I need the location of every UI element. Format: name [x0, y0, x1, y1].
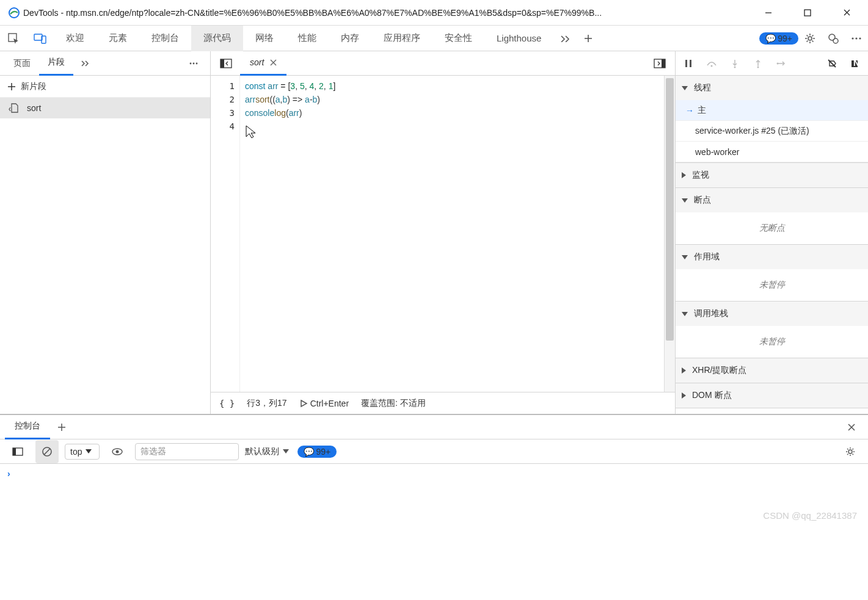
add-tab-icon[interactable] — [577, 27, 600, 50]
svg-point-18 — [196, 62, 198, 64]
scope-not-paused: 未暂停 — [676, 269, 868, 301]
console-settings-icon[interactable] — [839, 440, 862, 463]
new-snippet-button[interactable]: 新片段 — [0, 76, 210, 98]
drawer-close-icon[interactable] — [840, 416, 863, 439]
no-breakpoints-label: 无断点 — [676, 212, 868, 244]
tab-sources[interactable]: 源代码 — [191, 26, 243, 51]
maximize-button[interactable] — [797, 2, 818, 23]
scope-header[interactable]: 作用域 — [676, 245, 868, 269]
svg-point-17 — [193, 62, 195, 64]
snippet-name: sort — [27, 103, 41, 113]
console-drawer: 控制台 top 筛选器 默认级别 💬99+ › — [0, 414, 868, 600]
svg-text:N: N — [853, 59, 859, 68]
device-toggle-icon[interactable] — [27, 26, 54, 51]
line-gutter: 1234 — [211, 76, 240, 392]
filter-input[interactable]: 筛选器 — [135, 443, 239, 460]
svg-point-31 — [734, 66, 736, 68]
step-into-icon[interactable] — [726, 54, 744, 73]
main-content: 页面 片段 新片段 sort sort 1234 const arr = [3,… — [0, 51, 868, 414]
settings-icon[interactable] — [798, 27, 822, 50]
tab-security[interactable]: 安全性 — [432, 26, 484, 51]
svg-point-35 — [777, 62, 779, 64]
live-expression-icon[interactable] — [106, 440, 129, 463]
tab-network[interactable]: 网络 — [243, 26, 286, 51]
main-tabs: 欢迎 元素 控制台 源代码 网络 性能 内存 应用程序 安全性 Lighthou… — [0, 26, 868, 51]
new-snippet-label: 新片段 — [21, 81, 46, 92]
console-sidebar-icon[interactable] — [6, 440, 29, 463]
tab-console[interactable]: 控制台 — [139, 26, 191, 51]
hide-navigator-icon[interactable] — [214, 52, 238, 75]
editor-scrollbar[interactable] — [664, 76, 675, 392]
svg-rect-28 — [690, 60, 691, 67]
tab-welcome[interactable]: 欢迎 — [54, 26, 97, 51]
debugger-pane: N 线程 →主 service-worker.js #25 (已激活) web-… — [676, 51, 868, 414]
svg-point-48 — [848, 450, 852, 454]
format-braces-icon[interactable]: { } — [219, 399, 235, 408]
step-out-icon[interactable] — [749, 54, 767, 73]
step-icon[interactable] — [772, 54, 790, 73]
file-tab[interactable]: sort — [240, 51, 286, 76]
svg-rect-22 — [221, 59, 224, 68]
tab-lighthouse[interactable]: Lighthouse — [484, 26, 553, 51]
tab-elements[interactable]: 元素 — [97, 26, 139, 51]
file-tab-name: sort — [250, 57, 264, 67]
threads-header[interactable]: 线程 — [676, 76, 868, 100]
code-area[interactable]: const arr = [3, 5, 4, 2, 1] arrsort((a,b… — [240, 76, 664, 392]
svg-rect-6 — [34, 34, 42, 40]
editor-pane: sort 1234 const arr = [3, 5, 4, 2, 1] ar… — [211, 51, 676, 414]
svg-rect-2 — [804, 10, 811, 16]
console-prompt[interactable]: › — [0, 464, 868, 483]
debug-toolbar: N — [676, 51, 868, 76]
watch-header[interactable]: 监视 — [676, 163, 868, 187]
close-button[interactable] — [836, 2, 857, 23]
editor-statusbar: { } 行3，列17 Ctrl+Enter 覆盖范围: 不适用 — [211, 392, 675, 414]
issues-badge[interactable]: 💬99+ — [759, 32, 798, 45]
titlebar: DevTools - ntp.msn.cn/edge/ntp?locale=zh… — [0, 0, 868, 26]
more-tabs-icon[interactable] — [553, 27, 577, 50]
drawer-add-icon[interactable] — [50, 416, 73, 439]
close-tab-icon[interactable] — [270, 59, 277, 66]
callstack-not-paused: 未暂停 — [676, 326, 868, 358]
svg-rect-27 — [685, 60, 687, 67]
svg-rect-43 — [13, 448, 16, 455]
breakpoints-header[interactable]: 断点 — [676, 188, 868, 212]
thread-sw[interactable]: service-worker.js #25 (已激活) — [676, 121, 868, 142]
console-issues-badge[interactable]: 💬99+ — [297, 446, 337, 458]
hide-debugger-icon[interactable] — [648, 52, 671, 75]
callstack-header[interactable]: 调用堆栈 — [676, 302, 868, 326]
subtab-pages[interactable]: 页面 — [5, 51, 39, 76]
clear-console-icon[interactable] — [35, 440, 59, 463]
context-selector[interactable]: top — [65, 444, 100, 460]
inspect-element-icon[interactable] — [0, 26, 27, 51]
svg-line-45 — [44, 449, 50, 455]
svg-point-15 — [859, 37, 861, 39]
window-title: DevTools - ntp.msn.cn/edge/ntp?locale=zh… — [23, 8, 758, 18]
dom-bp-header[interactable]: DOM 断点 — [676, 383, 868, 408]
minimize-button[interactable] — [758, 2, 779, 23]
thread-ww[interactable]: web-worker — [676, 142, 868, 162]
svg-point-14 — [855, 37, 857, 39]
navigator-more-icon[interactable] — [182, 52, 205, 75]
xhr-bp-header[interactable]: XHR/提取断点 — [676, 358, 868, 383]
tab-memory[interactable]: 内存 — [329, 26, 371, 51]
svg-point-33 — [757, 66, 759, 68]
tab-application[interactable]: 应用程序 — [371, 26, 432, 51]
snippet-item[interactable]: sort — [0, 98, 210, 118]
level-selector[interactable]: 默认级别 — [245, 446, 291, 457]
tab-performance[interactable]: 性能 — [286, 26, 329, 51]
plus-icon — [7, 82, 16, 91]
svg-rect-26 — [662, 59, 665, 68]
subtab-snippets[interactable]: 片段 — [39, 51, 73, 76]
code-editor[interactable]: 1234 const arr = [3, 5, 4, 2, 1] arrsort… — [211, 76, 675, 392]
pause-exceptions-icon[interactable]: N — [846, 54, 864, 73]
more-subtabs-icon[interactable] — [73, 52, 97, 75]
thread-main[interactable]: →主 — [676, 100, 868, 121]
edge-icon — [9, 7, 18, 18]
run-snippet-button[interactable]: Ctrl+Enter — [299, 399, 349, 408]
pause-icon[interactable] — [679, 54, 698, 73]
feedback-icon[interactable] — [822, 27, 845, 50]
step-over-icon[interactable] — [702, 54, 721, 73]
deactivate-bp-icon[interactable] — [823, 54, 841, 73]
more-menu-icon[interactable] — [845, 27, 868, 50]
drawer-tab-console[interactable]: 控制台 — [5, 415, 50, 439]
